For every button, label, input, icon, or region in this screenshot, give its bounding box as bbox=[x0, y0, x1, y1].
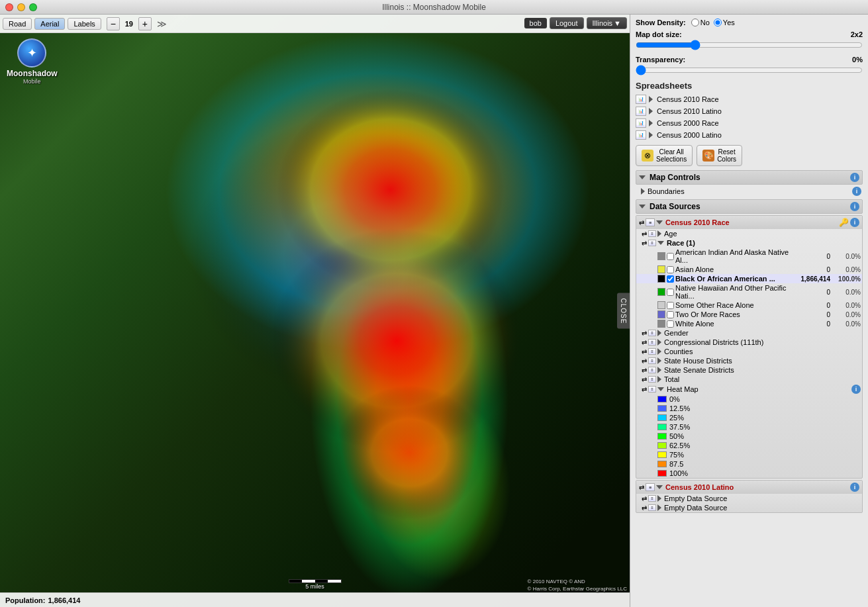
shuffle-icon-counties: ⇄ bbox=[642, 348, 647, 355]
census2010race-header[interactable]: ⇄ ≡ Census 2010 Race 🔑 i bbox=[636, 216, 862, 229]
reset-colors-button[interactable]: 🎨 ResetColors bbox=[697, 145, 742, 166]
two-or-more-races-value: 0 bbox=[796, 311, 833, 318]
window-title: Illinois :: Moonshadow Mobile bbox=[382, 3, 486, 12]
native-hawaiian-checkbox[interactable] bbox=[667, 289, 674, 296]
hm-0pct-item: 0% bbox=[636, 395, 862, 404]
gender-item[interactable]: ⇄ ≡ Gender bbox=[636, 328, 862, 338]
population-label: Population: bbox=[5, 596, 46, 604]
white-alone-swatch bbox=[657, 320, 665, 328]
census2010latino-header[interactable]: ⇄ ≡ Census 2010 Latino i bbox=[636, 481, 862, 494]
census2010latino-info-button[interactable]: i bbox=[850, 483, 859, 492]
close-panel-button[interactable]: CLOSE bbox=[617, 293, 630, 329]
population-value: 1,866,414 bbox=[48, 596, 81, 604]
native-hawaiian-item[interactable]: Native Hawaiian And Other Pacific Nati..… bbox=[636, 283, 862, 301]
zoom-out-button[interactable]: − bbox=[107, 17, 120, 30]
shuffle-icon-race: ⇄ bbox=[642, 240, 647, 247]
american-indian-label: American Indian And Alaska Native Al... bbox=[675, 248, 795, 264]
clear-icon: ⊗ bbox=[642, 150, 653, 162]
shuffle-icon1: ⇄ bbox=[639, 219, 644, 226]
state-house-item[interactable]: ⇄ ≡ State House Districts bbox=[636, 356, 862, 365]
total-item[interactable]: ⇄ ≡ Total bbox=[636, 375, 862, 384]
state-house-expand-icon bbox=[657, 357, 661, 364]
data-sources-header[interactable]: Data Sources i bbox=[636, 199, 863, 214]
census2010race-info-button[interactable]: i bbox=[850, 218, 859, 227]
aerial-button[interactable]: Aerial bbox=[34, 18, 65, 30]
american-indian-swatch bbox=[657, 252, 665, 260]
density-radio-group: No Yes bbox=[691, 19, 735, 26]
white-alone-checkbox[interactable] bbox=[667, 320, 674, 328]
logo-line1: Moonshadow bbox=[7, 69, 58, 78]
some-other-race-item[interactable]: Some Other Race Alone 0 0.0% bbox=[636, 301, 862, 310]
asian-alone-checkbox[interactable] bbox=[667, 266, 674, 273]
density-yes-option[interactable]: Yes bbox=[714, 19, 735, 26]
hm-75pct-item: 75% bbox=[636, 450, 862, 459]
boundaries-info-button[interactable]: i bbox=[852, 187, 861, 196]
hm-62pct-item: 62.5% bbox=[636, 441, 862, 450]
user-badge: bob bbox=[524, 18, 547, 28]
close-window-button[interactable] bbox=[5, 3, 13, 11]
black-african-checkbox[interactable] bbox=[667, 275, 674, 283]
empty-source-2-item[interactable]: ⇄ ≡ Empty Data Source bbox=[636, 503, 862, 512]
some-other-race-value: 0 bbox=[796, 302, 833, 309]
titlebar: Illinois :: Moonshadow Mobile bbox=[0, 0, 868, 15]
asian-alone-item[interactable]: Asian Alone 0 0.0% bbox=[636, 265, 862, 274]
hm-75pct-swatch bbox=[657, 451, 667, 458]
empty-source-1-item[interactable]: ⇄ ≡ Empty Data Source bbox=[636, 494, 862, 503]
heat-map-item[interactable]: ⇄ ≡ Heat Map i bbox=[636, 384, 862, 395]
congressional-item[interactable]: ⇄ ≡ Congressional Districts (111th) bbox=[636, 338, 862, 347]
white-alone-item[interactable]: White Alone 0 0.0% bbox=[636, 319, 862, 328]
table-icon-total: ≡ bbox=[648, 376, 656, 383]
dot-size-slider[interactable] bbox=[636, 40, 863, 50]
two-or-more-races-item[interactable]: Two Or More Races 0 0.0% bbox=[636, 310, 862, 319]
zoom-in-button[interactable]: + bbox=[138, 17, 152, 30]
clear-all-button[interactable]: ⊗ Clear AllSelections bbox=[636, 145, 693, 166]
minimize-window-button[interactable] bbox=[17, 3, 25, 11]
spreadsheet-item-2[interactable]: 📊 Census 2000 Race bbox=[636, 117, 863, 129]
two-or-more-races-checkbox[interactable] bbox=[667, 311, 674, 318]
expand-button[interactable]: ≫ bbox=[157, 19, 167, 29]
age-label: Age bbox=[664, 230, 677, 238]
american-indian-item[interactable]: American Indian And Alaska Native Al... … bbox=[636, 248, 862, 265]
maximize-window-button[interactable] bbox=[29, 3, 37, 11]
census2010latino-expand-icon bbox=[656, 485, 663, 489]
reset-colors-label: ResetColors bbox=[717, 148, 736, 163]
hm-100pct-label: 100% bbox=[669, 469, 688, 477]
map-background bbox=[0, 15, 630, 607]
compass-icon: ✦ bbox=[27, 46, 37, 60]
spreadsheet-item-3[interactable]: 📊 Census 2000 Latino bbox=[636, 129, 863, 141]
state-selector[interactable]: Illinois ▼ bbox=[587, 17, 627, 29]
density-no-label: No bbox=[700, 19, 710, 26]
hm-75pct-label: 75% bbox=[669, 451, 684, 459]
user-controls: bob Logout Illinois ▼ bbox=[524, 17, 627, 29]
map-controls-expand-icon bbox=[639, 175, 646, 179]
american-indian-checkbox[interactable] bbox=[667, 253, 674, 260]
logout-button[interactable]: Logout bbox=[550, 17, 584, 29]
map-controls-header[interactable]: Map Controls i bbox=[636, 170, 863, 185]
state-house-label: State House Districts bbox=[664, 357, 732, 365]
density-no-radio[interactable] bbox=[691, 19, 699, 26]
labels-button[interactable]: Labels bbox=[68, 18, 101, 30]
map-area[interactable]: Road Aerial Labels − 19 + ≫ bob Logout I… bbox=[0, 15, 630, 607]
state-senate-item[interactable]: ⇄ ≡ State Senate Districts bbox=[636, 365, 862, 375]
density-yes-label: Yes bbox=[723, 19, 735, 26]
black-african-item[interactable]: Black Or African American ... 1,866,414 … bbox=[636, 274, 862, 283]
age-item[interactable]: ⇄ ≡ Age bbox=[636, 229, 862, 238]
spreadsheet-item-1[interactable]: 📊 Census 2010 Latino bbox=[636, 105, 863, 117]
spreadsheet-item-0[interactable]: 📊 Census 2010 Race bbox=[636, 93, 863, 105]
race1-item[interactable]: ⇄ ≡ Race (1) bbox=[636, 238, 862, 248]
shuffle-icon-cong: ⇄ bbox=[642, 339, 647, 346]
counties-item[interactable]: ⇄ ≡ Counties bbox=[636, 347, 862, 356]
spreadsheets-list: 📊 Census 2010 Race 📊 Census 2010 Latino … bbox=[636, 93, 863, 141]
table-icon-hm: ≡ bbox=[648, 386, 656, 393]
density-yes-radio[interactable] bbox=[714, 19, 722, 26]
road-button[interactable]: Road bbox=[3, 18, 32, 30]
expand-icon-2 bbox=[649, 120, 653, 126]
data-sources-info-button[interactable]: i bbox=[850, 202, 859, 211]
heat-map-info-button[interactable]: i bbox=[851, 385, 861, 394]
transparency-slider[interactable] bbox=[636, 65, 863, 75]
boundaries-item[interactable]: Boundaries i bbox=[636, 186, 863, 197]
boundaries-icon-left: Boundaries bbox=[641, 187, 685, 195]
some-other-race-checkbox[interactable] bbox=[667, 302, 674, 309]
density-no-option[interactable]: No bbox=[691, 19, 710, 26]
map-controls-info-button[interactable]: i bbox=[850, 173, 859, 182]
